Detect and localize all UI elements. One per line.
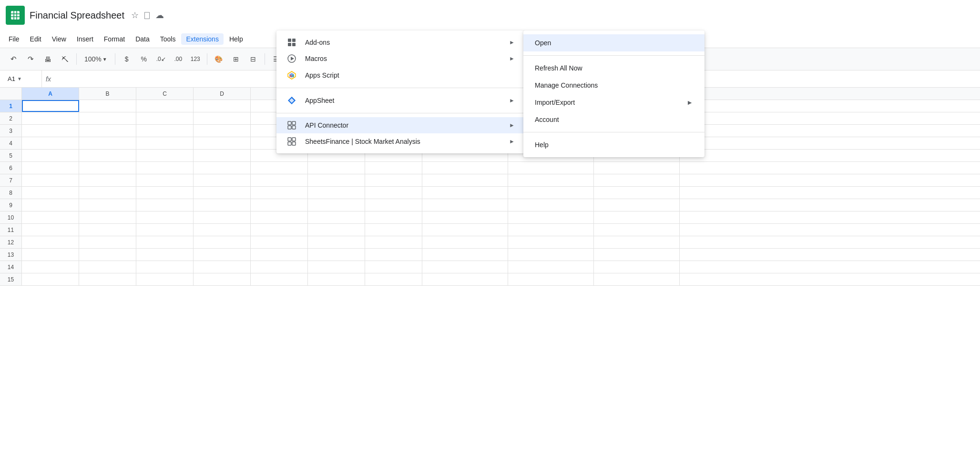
dropdown-item-appsheet[interactable]: AppSheet ► xyxy=(276,92,524,109)
row-num-3[interactable]: 3 xyxy=(0,125,22,137)
cell-D1[interactable] xyxy=(194,100,251,112)
currency-button[interactable]: $ xyxy=(119,51,134,67)
col-header-B[interactable]: B xyxy=(79,88,136,100)
menu-item-extensions[interactable]: Extensions xyxy=(181,33,223,45)
spreadsheet-rows: 1 2 3 4 5 6 7 8 9 10 11 12 13 14 15 xyxy=(0,100,980,462)
dropdown-item-sheets-finance[interactable]: SheetsFinance | Stock Market Analysis ► xyxy=(276,133,524,150)
zoom-selector[interactable]: 100% ▼ xyxy=(81,54,111,64)
table-row: 7 xyxy=(0,174,980,187)
cloud-icon[interactable]: ☁ xyxy=(155,10,164,20)
submenu-item-import-export[interactable]: Import/Export ► xyxy=(523,94,704,111)
dropdown-item-addons[interactable]: Add-ons ► xyxy=(276,34,524,50)
row-num-11[interactable]: 11 xyxy=(0,224,22,236)
submenu-item-help[interactable]: Help xyxy=(523,136,704,153)
row-num-12[interactable]: 12 xyxy=(0,236,22,248)
dropdown-item-macros[interactable]: Macros ► xyxy=(276,50,524,67)
refresh-all-label: Refresh All Now xyxy=(535,64,582,72)
app-icon xyxy=(6,6,25,25)
appsheet-icon xyxy=(286,96,297,105)
submenu-item-open[interactable]: Open xyxy=(523,34,704,51)
sheets-finance-icon xyxy=(286,137,297,146)
dropdown-item-api-connector[interactable]: API Connector ► xyxy=(276,117,524,133)
row-num-15[interactable]: 15 xyxy=(0,273,22,285)
api-connector-submenu: Open Refresh All Now Manage Connections … xyxy=(523,30,704,157)
addons-label: Add-ons xyxy=(305,39,509,46)
cell-C1[interactable] xyxy=(136,100,194,112)
table-row: 10 xyxy=(0,211,980,224)
row-num-8[interactable]: 8 xyxy=(0,187,22,199)
paint-format-button[interactable]: ⛏ xyxy=(57,51,72,67)
table-row: 8 xyxy=(0,187,980,199)
cell-A1[interactable] xyxy=(22,100,79,112)
api-connector-chevron: ► xyxy=(509,122,515,129)
fill-color-button[interactable]: 🎨 xyxy=(211,51,226,67)
svg-marker-10 xyxy=(291,57,294,60)
table-row: 14 xyxy=(0,261,980,273)
menu-item-format[interactable]: Format xyxy=(99,33,130,45)
macros-label: Macros xyxy=(305,55,509,62)
table-row: 9 xyxy=(0,199,980,211)
menu-item-data[interactable]: Data xyxy=(131,33,154,45)
cell-B1[interactable] xyxy=(79,100,136,112)
col-header-A[interactable]: A xyxy=(22,88,79,100)
row-num-10[interactable]: 10 xyxy=(0,211,22,223)
toolbar-separator-3 xyxy=(207,53,207,65)
svg-rect-22 xyxy=(288,138,291,141)
menu-item-file[interactable]: File xyxy=(4,33,24,45)
row-num-2[interactable]: 2 xyxy=(0,112,22,124)
row-num-1[interactable]: 1 xyxy=(0,100,22,112)
table-row: 15 xyxy=(0,273,980,286)
svg-rect-24 xyxy=(288,142,291,145)
number-format-button[interactable]: 123 xyxy=(188,51,203,67)
row-num-13[interactable]: 13 xyxy=(0,249,22,261)
apps-script-label: Apps Script xyxy=(305,71,515,79)
decrease-decimal-button[interactable]: .0↙ xyxy=(153,51,169,67)
cell-ref-value: A1 xyxy=(8,75,15,82)
dropdown-separator-1 xyxy=(276,88,524,88)
table-row: 12 xyxy=(0,236,980,249)
increase-decimal-button[interactable]: .00 xyxy=(171,51,186,67)
menu-item-tools[interactable]: Tools xyxy=(155,33,181,45)
sheets-finance-chevron: ► xyxy=(509,138,515,145)
submenu-item-refresh-all[interactable]: Refresh All Now xyxy=(523,60,704,77)
cell-reference[interactable]: A1 ▼ xyxy=(4,70,42,87)
table-row: 13 xyxy=(0,249,980,261)
row-num-5[interactable]: 5 xyxy=(0,150,22,161)
menu-item-view[interactable]: View xyxy=(47,33,71,45)
redo-button[interactable]: ↷ xyxy=(23,51,38,67)
submenu-separator-1 xyxy=(523,55,704,56)
row-num-14[interactable]: 14 xyxy=(0,261,22,273)
help-label: Help xyxy=(535,141,549,149)
borders-button[interactable]: ⊞ xyxy=(228,51,244,67)
menu-item-edit[interactable]: Edit xyxy=(25,33,46,45)
folder-icon[interactable]: ⎕ xyxy=(144,10,150,20)
svg-rect-19 xyxy=(292,121,296,125)
dropdown-item-apps-script[interactable]: A S Apps Script xyxy=(276,67,524,84)
table-row: 6 xyxy=(0,162,980,174)
svg-text:S: S xyxy=(292,74,295,78)
submenu-item-account[interactable]: Account xyxy=(523,111,704,128)
submenu-separator-2 xyxy=(523,132,704,132)
svg-rect-20 xyxy=(288,126,291,129)
svg-rect-8 xyxy=(292,43,296,46)
addons-chevron: ► xyxy=(509,39,515,46)
toolbar-separator-4 xyxy=(265,53,265,65)
row-num-6[interactable]: 6 xyxy=(0,162,22,174)
submenu-item-manage-connections[interactable]: Manage Connections xyxy=(523,77,704,94)
row-num-4[interactable]: 4 xyxy=(0,137,22,149)
col-header-D[interactable]: D xyxy=(194,88,251,100)
title-icons: ☆ ⎕ ☁ xyxy=(131,10,164,20)
menu-item-help[interactable]: Help xyxy=(225,33,248,45)
row-num-7[interactable]: 7 xyxy=(0,174,22,186)
col-header-C[interactable]: C xyxy=(136,88,194,100)
star-icon[interactable]: ☆ xyxy=(131,10,139,20)
percent-button[interactable]: % xyxy=(136,51,152,67)
print-button[interactable]: 🖶 xyxy=(40,51,55,67)
row-num-9[interactable]: 9 xyxy=(0,199,22,211)
svg-rect-6 xyxy=(292,39,296,42)
undo-button[interactable]: ↶ xyxy=(6,51,21,67)
merge-cells-button[interactable]: ⊟ xyxy=(245,51,261,67)
cell-A2[interactable] xyxy=(22,112,79,124)
zoom-value: 100% xyxy=(84,55,102,63)
menu-item-insert[interactable]: Insert xyxy=(72,33,98,45)
